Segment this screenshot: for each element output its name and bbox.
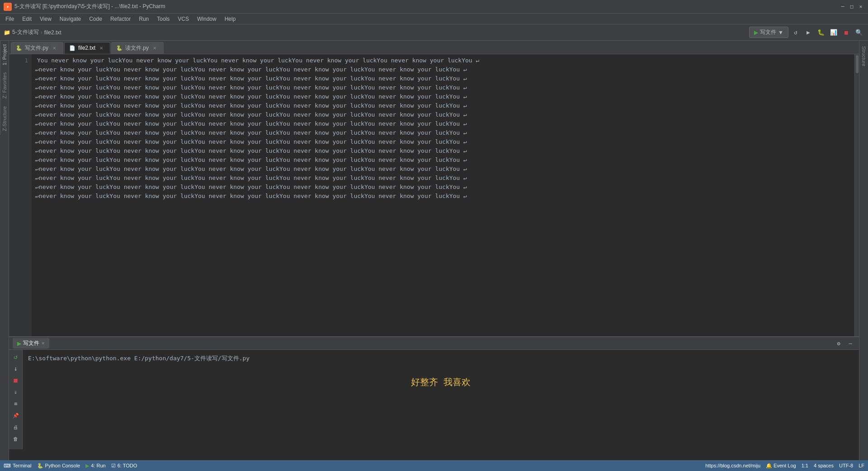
run-status-label: 4: Run [91,463,105,468]
menu-tools[interactable]: Tools [153,15,173,23]
menu-run[interactable]: Run [135,15,152,23]
encoding-setting[interactable]: UTF-8 [839,463,853,468]
tab-file2-close[interactable]: ✕ [98,45,104,51]
menu-vcs[interactable]: VCS [174,15,193,23]
write-file-button[interactable]: ▶ 写文件 ▼ [749,27,788,38]
editor-content: 1 You never know your luckYou never know… [9,54,859,347]
sidebar-item-project[interactable]: 1: Project [0,41,9,69]
line-number-1: 1 [9,56,28,65]
main-layout: 1: Project Z: Favorites Z-Structure 🐍 写文… [0,41,868,471]
scroll-down-button[interactable]: ↓ [11,363,21,373]
terminal-tab[interactable]: ⌨ Terminal [4,463,32,469]
code-line-cont-5: ↵never know your luckYou never know your… [35,101,851,110]
dropdown-arrow-icon: ▼ [778,29,783,36]
print-button[interactable]: 🖨 [11,422,21,432]
tab-txt-icon: 📄 [69,45,75,51]
tab-读文件-close[interactable]: ✕ [151,45,158,52]
blog-url[interactable]: https://blog.csdn.net/miju [705,463,760,468]
scroll-thumb[interactable] [856,55,859,73]
run-tab-close[interactable]: ✕ [41,341,45,346]
terminal-label: Terminal [13,463,32,468]
python-console-tab[interactable]: 🐍 Python Console [37,463,80,469]
stop-run-button[interactable]: ■ [11,375,21,385]
event-log[interactable]: 🔔 Event Log [766,463,796,469]
code-line-cont-1: ↵never know your luckYou never know your… [35,65,851,74]
tab-写文件-close[interactable]: ✕ [51,45,57,52]
code-line-cont-6: ↵never know your luckYou never know your… [35,110,851,119]
todo-tab-status[interactable]: ☑ 6: TODO [111,463,137,469]
bottom-minimize-button[interactable]: — [845,339,855,349]
clear-button[interactable]: 🗑 [11,434,21,444]
run-button[interactable]: ▶ [803,27,814,38]
tab-读文件[interactable]: 🐍 读文件.py ✕ [111,42,164,54]
sidebar-item-favorites[interactable]: Z: Favorites [0,69,9,102]
run-status-icon: ▶ [85,463,89,469]
left-sidebar: 1: Project Z: Favorites Z-Structure [0,41,9,471]
tab-写文件[interactable]: 🐍 写文件.py ✕ [11,42,63,54]
tab-py-icon: 🐍 [16,45,22,51]
menu-view[interactable]: View [36,15,55,23]
menu-bar: File Edit View Navigate Code Refactor Ru… [0,14,868,24]
tab-file2[interactable]: 📄 file2.txt ✕ [64,42,110,54]
menu-code[interactable]: Code [85,15,106,23]
code-line-cont-12: ↵never know your luckYou never know your… [35,165,851,174]
run-panel-toolbar: ↺ ↓ ■ ⇓ ≡ 📌 🖨 🗑 [9,350,23,449]
tab-bar: 🐍 写文件.py ✕ 📄 file2.txt ✕ 🐍 读文件.py ✕ [9,41,859,54]
bottom-tab-run[interactable]: ▶ 写文件 ✕ [13,338,49,349]
menu-file[interactable]: File [2,15,18,23]
code-line-cont-3: ↵never know your luckYou never know your… [35,83,851,92]
code-line-cont-15: ↵never know your luckYou never know your… [35,192,851,201]
code-line-cont-8: ↵never know your luckYou never know your… [35,128,851,137]
editor-scrollbar[interactable] [854,54,859,347]
minimize-button[interactable]: ─ [839,3,846,10]
window-controls[interactable]: ─ □ ✕ [839,3,864,10]
title-bar: ✦ 5-文件读写 [E:\python\day7\5-文件读写] - ...\f… [0,0,868,14]
code-line-cont-4: ↵never know your luckYou never know your… [35,92,851,101]
title-text: 5-文件读写 [E:\python\day7\5-文件读写] - ...\fil… [14,3,165,10]
maximize-button[interactable]: □ [848,3,855,10]
status-bar: ⌨ Terminal 🐍 Python Console ▶ 4: Run ☑ 6… [0,460,868,471]
close-button[interactable]: ✕ [857,3,864,10]
debug-button[interactable]: 🐛 [816,27,826,38]
code-area[interactable]: You never know your luckYou never know y… [32,54,854,347]
line-numbers: 1 [9,54,32,347]
stop-button[interactable]: ■ [841,27,852,38]
menu-window[interactable]: Window [193,15,220,23]
tab-读文件-label: 读文件.py [125,44,149,52]
sidebar-item-structure[interactable]: Z-Structure [0,103,9,135]
search-button[interactable]: 🔍 [854,27,864,38]
menu-refactor[interactable]: Refactor [107,15,134,23]
pin-button[interactable]: 📌 [11,410,21,420]
code-line-cont-7: ↵never know your luckYou never know your… [35,119,851,128]
tab-读文件-icon: 🐍 [116,45,123,51]
console-result: 好整齐 我喜欢 [28,377,854,387]
structure-view-tab[interactable]: Structure [860,42,868,70]
toolbar-right: ▶ 写文件 ▼ ↺ ▶ 🐛 📊 ■ 🔍 [749,27,864,38]
restart-run-button[interactable]: ↺ [11,352,21,362]
wrap-lines-button[interactable]: ≡ [11,399,21,409]
menu-edit[interactable]: Edit [19,15,35,23]
right-panel: Structure [859,41,868,471]
scroll-to-end-button[interactable]: ⇓ [11,387,21,397]
menu-navigate[interactable]: Navigate [56,15,85,23]
code-line-1-content: You never know your luckYou never know y… [37,56,479,65]
reload-button[interactable]: ↺ [790,27,801,38]
breadcrumb-part1: 5-文件读写 [12,28,39,36]
event-log-icon: 🔔 [766,463,772,468]
console-command: E:\software\python\python.exe E:/python/… [28,353,854,363]
event-log-label: Event Log [774,463,796,468]
profile-button[interactable]: 📊 [828,27,839,38]
line-ending-setting[interactable]: LF [859,463,864,468]
app-icon: ✦ [4,3,12,11]
indent-setting[interactable]: 4 spaces [814,463,834,468]
menu-help[interactable]: Help [221,15,240,23]
run-tab-label: 写文件 [23,339,39,347]
cursor-position[interactable]: 1:1 [802,463,808,468]
bottom-settings-button[interactable]: ⚙ [834,339,844,349]
tab-file2-label: file2.txt [78,45,95,51]
write-file-icon: ▶ [754,29,758,36]
python-console-icon: 🐍 [37,463,43,469]
terminal-icon: ⌨ [4,463,11,469]
run-tab-status[interactable]: ▶ 4: Run [85,463,105,469]
title-bar-left: ✦ 5-文件读写 [E:\python\day7\5-文件读写] - ...\f… [4,3,165,11]
